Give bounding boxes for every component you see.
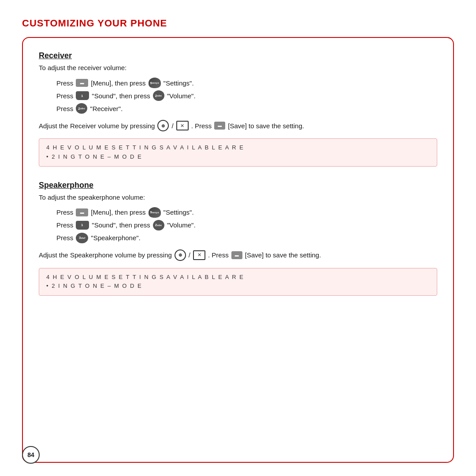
speakerphone-info-line-1: 4 H E V O L U M E S E T T I N G S A V A … <box>46 273 430 282</box>
press-label-1: Press <box>56 79 73 87</box>
adjust-prefix-1: Adjust the Receiver volume by pressing <box>39 122 155 130</box>
step2-suffix-1: "Volume". <box>167 92 196 100</box>
save-button-icon-1: ▬ <box>214 122 225 130</box>
sp-vol-up-icon: ⊕ <box>175 249 186 261</box>
sp-key-9-button: 9wxyz <box>149 207 161 218</box>
sp-press-label-1: Press <box>56 208 73 216</box>
press-label-3: Press <box>56 105 73 112</box>
step1-middle-1: [Menu], then press <box>91 79 145 87</box>
sp-step2-middle: "Sound", then press <box>92 221 150 229</box>
speakerphone-step-3: Press 3def "Speakerphone". <box>56 233 437 243</box>
speakerphone-adjust-line: Adjust the Speakerphone volume by pressi… <box>39 249 437 261</box>
adjust-middle-1: . Press <box>191 122 212 130</box>
sp-save-label: [Save] to save the setting. <box>245 251 321 259</box>
slash-1: / <box>171 122 173 130</box>
key-9-button-1: 9wxyz <box>149 78 161 88</box>
vol-down-icon-1: ✕ <box>176 121 189 130</box>
sp-menu-button-icon: ▬ <box>76 208 88 216</box>
receiver-adjust-line: Adjust the Receiver volume by pressing ⊕… <box>39 120 437 131</box>
sp-key-3-button: 3def <box>76 233 88 243</box>
receiver-title: Receiver <box>39 51 437 60</box>
section-divider <box>39 176 437 181</box>
receiver-section: Receiver To adjust the receiver volume: … <box>39 51 437 176</box>
page-wrapper: CUSTOMIZING YOUR PHONE Receiver To adjus… <box>0 0 476 476</box>
sp-step3-suffix: "Speakerphone". <box>91 234 140 242</box>
speakerphone-step-1: Press ▬ [Menu], then press 9wxyz "Settin… <box>56 207 437 218</box>
speakerphone-title: Speakerphone <box>39 181 437 190</box>
receiver-step-2: Press 1 "Sound", then press 2abc "Volume… <box>56 90 437 101</box>
sp-step2-suffix: "Volume". <box>167 221 196 229</box>
sp-press-label-3: Press <box>56 234 73 242</box>
page-title: CUSTOMIZING YOUR PHONE <box>22 18 454 29</box>
key-2-button-2: 2abc <box>76 103 87 114</box>
key-1-button-1: 1 <box>76 91 89 100</box>
sp-adjust-prefix: Adjust the Speakerphone volume by pressi… <box>39 251 172 259</box>
speakerphone-section: Speakerphone To adjust the speakerphone … <box>39 181 437 306</box>
speakerphone-description: To adjust the speakerphone volume: <box>39 193 437 201</box>
menu-button-icon-1: ▬ <box>76 79 88 87</box>
sp-step1-middle: [Menu], then press <box>91 208 145 216</box>
sp-adjust-middle: . Press <box>208 251 229 259</box>
sp-step1-suffix: "Settings". <box>164 208 194 216</box>
receiver-info-line-1: 4 H E V O L U M E S E T T I N G S A V A … <box>46 143 430 152</box>
receiver-step-3: Press 2abc "Receiver". <box>56 103 437 114</box>
press-label-2: Press <box>56 92 73 100</box>
sp-key-1-button: 1 <box>76 221 89 230</box>
step1-suffix-1: "Settings". <box>164 79 194 87</box>
save-label-1: [Save] to save the setting. <box>228 122 304 130</box>
speakerphone-step-2: Press 1 "Sound", then press 2abc "Volume… <box>56 220 437 231</box>
sp-vol-down-icon: ✕ <box>193 250 205 260</box>
speakerphone-instructions: Press ▬ [Menu], then press 9wxyz "Settin… <box>39 207 437 243</box>
speakerphone-info-box: 4 H E V O L U M E S E T T I N G S A V A … <box>39 268 437 296</box>
speakerphone-info-line-2: • 2 I N G T O N E – M O D E <box>46 282 430 291</box>
receiver-description: To adjust the receiver volume: <box>39 64 437 71</box>
step2-middle-1: "Sound", then press <box>92 92 150 100</box>
receiver-instructions: Press ▬ [Menu], then press 9wxyz "Settin… <box>39 78 437 114</box>
page-number: 84 <box>22 446 40 464</box>
sp-slash: / <box>189 251 190 259</box>
step3-suffix-1: "Receiver". <box>90 105 123 112</box>
main-card: Receiver To adjust the receiver volume: … <box>22 37 454 463</box>
receiver-step-1: Press ▬ [Menu], then press 9wxyz "Settin… <box>56 78 437 88</box>
sp-save-button-icon: ▬ <box>231 251 242 259</box>
sp-press-label-2: Press <box>56 221 73 229</box>
receiver-info-box: 4 H E V O L U M E S E T T I N G S A V A … <box>39 138 437 167</box>
key-2-button-1: 2abc <box>153 90 164 101</box>
vol-up-icon-1: ⊕ <box>157 120 169 131</box>
sp-key-2-button: 2abc <box>153 220 164 231</box>
receiver-info-line-2: • 2 I N G T O N E – M O D E <box>46 152 430 162</box>
